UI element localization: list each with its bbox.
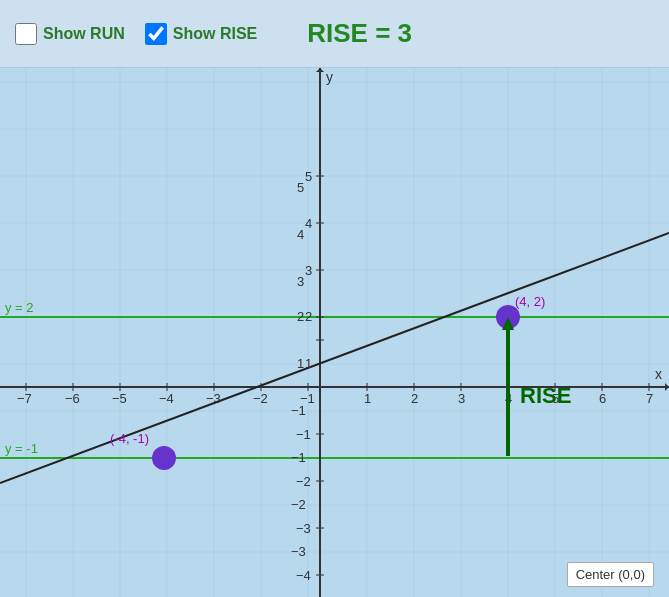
svg-text:2: 2 [297, 309, 304, 324]
svg-text:y = 2: y = 2 [5, 300, 34, 315]
svg-text:RISE: RISE [520, 383, 571, 408]
show-run-group: Show RUN [15, 23, 125, 45]
svg-text:−2: −2 [291, 497, 306, 512]
svg-text:2: 2 [305, 309, 312, 324]
svg-text:7: 7 [646, 391, 653, 406]
show-rise-label[interactable]: Show RISE [173, 25, 257, 43]
svg-rect-0 [0, 68, 669, 597]
svg-text:5: 5 [297, 180, 304, 195]
show-run-label[interactable]: Show RUN [43, 25, 125, 43]
show-run-checkbox[interactable] [15, 23, 37, 45]
svg-text:y: y [326, 69, 333, 85]
svg-text:y = -1: y = -1 [5, 441, 38, 456]
svg-text:4: 4 [305, 216, 312, 231]
svg-text:1: 1 [364, 391, 371, 406]
svg-text:5: 5 [305, 169, 312, 184]
svg-text:3: 3 [297, 274, 304, 289]
svg-text:x: x [655, 366, 662, 382]
svg-text:−1: −1 [296, 427, 311, 442]
center-label: Center (0,0) [567, 562, 654, 587]
svg-text:−1: −1 [291, 403, 306, 418]
svg-text:4: 4 [297, 227, 304, 242]
svg-text:−4: −4 [159, 391, 174, 406]
svg-text:−2: −2 [253, 391, 268, 406]
svg-text:3: 3 [305, 263, 312, 278]
svg-text:2: 2 [411, 391, 418, 406]
rise-equation: RISE = 3 [307, 18, 412, 49]
svg-text:−3: −3 [291, 544, 306, 559]
show-rise-checkbox[interactable] [145, 23, 167, 45]
svg-text:−6: −6 [65, 391, 80, 406]
toolbar: Show RUN Show RISE RISE = 3 [0, 0, 669, 68]
svg-text:−4: −4 [296, 568, 311, 583]
svg-text:3: 3 [458, 391, 465, 406]
svg-text:−1: −1 [291, 450, 306, 465]
show-rise-group: Show RISE [145, 23, 257, 45]
graph-container: x y −7 −6 −5 −4 −3 −2 −1 1 2 3 4 5 6 7 5… [0, 68, 669, 597]
svg-text:−2: −2 [296, 474, 311, 489]
svg-text:−5: −5 [112, 391, 127, 406]
svg-point-56 [152, 446, 176, 470]
svg-text:(-4, -1): (-4, -1) [110, 431, 149, 446]
svg-text:1: 1 [305, 356, 312, 371]
svg-text:−3: −3 [296, 521, 311, 536]
svg-text:−7: −7 [17, 391, 32, 406]
svg-text:(4, 2): (4, 2) [515, 294, 545, 309]
svg-text:6: 6 [599, 391, 606, 406]
graph-svg: x y −7 −6 −5 −4 −3 −2 −1 1 2 3 4 5 6 7 5… [0, 68, 669, 597]
